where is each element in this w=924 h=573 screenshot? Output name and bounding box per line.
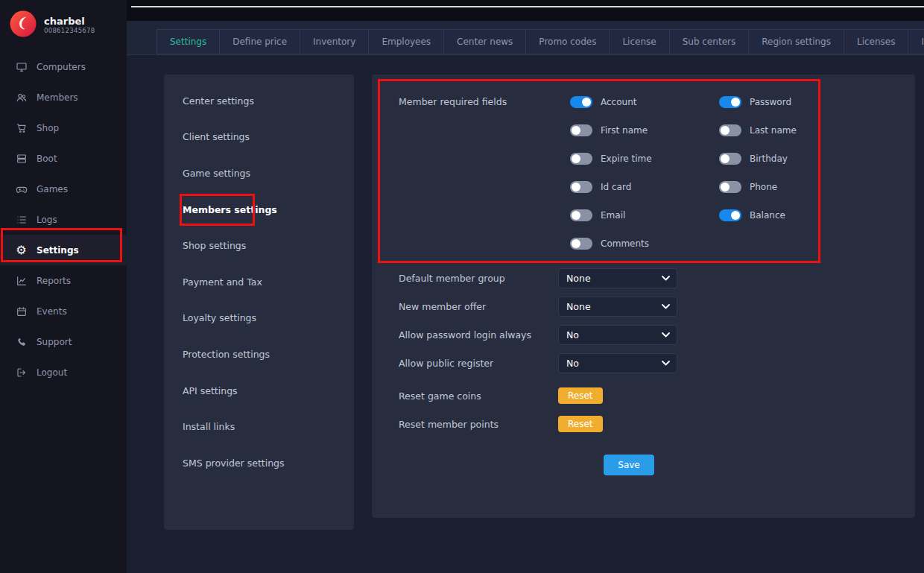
nav-item-protection-settings[interactable]: Protection settings (164, 336, 354, 373)
toggle-row-last-name: Last name (719, 116, 868, 145)
default-member-group-select[interactable]: None (558, 268, 677, 288)
field-label: New member offer (399, 301, 558, 312)
user-profile: charbel 008612345678 (0, 0, 127, 43)
sidebar-item-games[interactable]: Games (0, 174, 127, 204)
birthday-toggle[interactable] (719, 153, 741, 165)
tab-define-price[interactable]: Define price (219, 29, 300, 54)
user-id: 008612345678 (44, 27, 95, 34)
sidebar-item-boot[interactable]: Boot (0, 143, 127, 174)
sidebar-item-label: Logout (37, 367, 67, 378)
allow-public-register-select[interactable]: No (558, 353, 677, 373)
top-divider (131, 6, 924, 7)
toggle-grid: Account Password First name Last name Ex… (570, 88, 868, 258)
reset-member-points-button[interactable]: Reset (558, 416, 603, 432)
balance-toggle[interactable] (719, 209, 741, 221)
tab-promo-codes[interactable]: Promo codes (525, 29, 610, 54)
nav-item-install-links[interactable]: Install links (164, 408, 354, 445)
default-member-group-row: Default member group None (372, 264, 915, 292)
tab-licenses[interactable]: Licenses (844, 29, 909, 54)
id-card-toggle[interactable] (570, 181, 592, 193)
new-member-offer-select[interactable]: None (558, 297, 677, 317)
member-required-fields-section: Member required fields Account Password … (372, 88, 915, 258)
toggle-row-comments: Comments (570, 229, 719, 258)
first-name-toggle[interactable] (570, 124, 592, 136)
allow-password-login-row: Allow password login always No (372, 320, 915, 349)
nav-item-client-settings[interactable]: Client settings (164, 119, 354, 156)
sidebar-item-label: Events (37, 306, 67, 317)
sidebar-item-label: Support (37, 337, 72, 347)
tab-idc-games[interactable]: IDC games (908, 29, 924, 54)
reset-game-coins-button[interactable]: Reset (558, 387, 603, 404)
field-label: Reset member points (399, 419, 558, 430)
sidebar-item-events[interactable]: Events (0, 296, 127, 326)
allow-password-login-select[interactable]: No (558, 325, 677, 345)
toggle-label: Balance (750, 210, 785, 221)
select-section: Default member group None New member off… (372, 264, 915, 377)
nav-item-sms-provider-settings[interactable]: SMS provider settings (164, 445, 354, 481)
nav-item-api-settings[interactable]: API settings (164, 373, 354, 409)
account-toggle[interactable] (570, 96, 592, 108)
tab-inventory[interactable]: Inventory (300, 29, 369, 54)
toggle-label: Id card (601, 182, 631, 192)
tab-sub-centers[interactable]: Sub centers (669, 29, 750, 54)
top-strip (127, 0, 924, 21)
nav-item-game-settings[interactable]: Game settings (164, 155, 354, 191)
sidebar-item-settings[interactable]: ⚙ Settings (0, 235, 127, 265)
tab-settings[interactable]: Settings (156, 29, 220, 54)
chevron-down-icon (662, 304, 670, 309)
toggle-row-phone: Phone (719, 173, 868, 201)
sidebar-item-label: Reports (37, 276, 71, 286)
email-toggle[interactable] (570, 209, 592, 221)
toggle-label: Birthday (750, 153, 788, 164)
reset-game-coins-row: Reset game coins Reset (372, 382, 915, 410)
sidebar-item-reports[interactable]: Reports (0, 265, 127, 296)
field-label: Allow public register (399, 358, 558, 369)
sidebar-item-logs[interactable]: Logs (0, 204, 127, 235)
field-label: Allow password login always (399, 329, 558, 341)
sidebar-item-support[interactable]: Support (0, 326, 127, 357)
toggle-label: Comments (601, 238, 649, 249)
nav-item-center-settings[interactable]: Center settings (164, 83, 354, 119)
sidebar-item-logout[interactable]: Logout (0, 357, 127, 387)
tab-center-news[interactable]: Center news (443, 29, 526, 54)
nav-item-loyalty-settings[interactable]: Loyalty settings (164, 300, 354, 337)
comments-toggle[interactable] (570, 238, 592, 250)
new-member-offer-row: New member offer None (372, 292, 915, 320)
toggle-row-account: Account (570, 88, 719, 116)
toggle-row-birthday: Birthday (719, 145, 868, 173)
sidebar-item-computers[interactable]: Computers (0, 51, 127, 82)
tab-license[interactable]: License (609, 29, 669, 54)
toggle-row-password: Password (719, 88, 868, 116)
phone-toggle[interactable] (719, 181, 741, 193)
member-required-fields-label: Member required fields (399, 88, 570, 258)
nav-item-members-settings[interactable]: Members settings (164, 191, 354, 228)
sidebar-item-label: Computers (37, 62, 86, 72)
chevron-down-icon (662, 361, 670, 366)
toggle-label: Last name (750, 125, 797, 136)
tab-employees[interactable]: Employees (368, 29, 444, 54)
app-window: charbel 008612345678 Computers Members S… (0, 0, 924, 573)
user-name: charbel (44, 16, 95, 27)
last-name-toggle[interactable] (719, 124, 741, 136)
select-value: None (566, 273, 591, 284)
chevron-down-icon (662, 332, 670, 338)
sidebar-item-members[interactable]: Members (0, 82, 127, 113)
gamepad-icon (15, 183, 28, 195)
field-label: Reset game coins (399, 390, 558, 402)
nav-item-payment-and-tax[interactable]: Payment and Tax (164, 264, 354, 300)
reset-member-points-row: Reset member points Reset (372, 410, 915, 438)
expire-time-toggle[interactable] (570, 153, 592, 165)
nav-item-shop-settings[interactable]: Shop settings (164, 227, 354, 264)
app-logo (9, 10, 37, 41)
sidebar-item-shop[interactable]: Shop (0, 113, 127, 143)
tab-region-settings[interactable]: Region settings (748, 29, 844, 54)
save-button[interactable]: Save (604, 455, 654, 475)
monitor-icon (15, 60, 28, 73)
password-toggle[interactable] (719, 96, 741, 108)
members-settings-panel: Member required fields Account Password … (372, 75, 915, 518)
server-icon (15, 152, 28, 165)
toggle-row-balance: Balance (719, 201, 868, 229)
sidebar: charbel 008612345678 Computers Members S… (0, 0, 127, 573)
toggle-row-expire-time: Expire time (570, 145, 719, 173)
toggle-label: First name (601, 125, 648, 136)
